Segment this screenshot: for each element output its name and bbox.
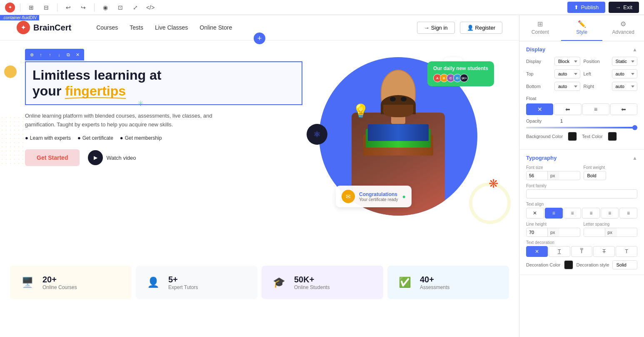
layout-rows-btn[interactable]: ⊟ xyxy=(40,2,52,13)
code-btn[interactable]: </> xyxy=(145,2,156,13)
line-height-input[interactable] xyxy=(527,228,547,236)
add-section-button[interactable]: + xyxy=(254,33,265,44)
align-center-btn[interactable]: ≡ xyxy=(564,208,582,219)
display-select[interactable]: Block Inline Flex None xyxy=(554,57,580,66)
align-left-btn[interactable]: ≡ xyxy=(545,208,563,219)
font-size-label: Font size xyxy=(526,165,580,170)
cert-card: ✉ Congratulations Your certificate ready… xyxy=(336,186,412,207)
site-logo-icon: ✦ xyxy=(17,21,30,34)
tab-content[interactable]: ⊞ Content xyxy=(519,15,561,41)
font-family-input[interactable] xyxy=(526,189,637,199)
td-overline-btn[interactable]: T xyxy=(571,246,593,257)
float-buttons: ✕ ⬅ ≡ ⬅ xyxy=(526,103,637,115)
top-select[interactable]: auto xyxy=(554,69,580,78)
nav-link-courses[interactable]: Courses xyxy=(96,24,118,31)
bottom-select[interactable]: auto xyxy=(554,82,580,91)
bg-color-swatch[interactable] xyxy=(568,132,577,141)
hero-title-line2: your xyxy=(32,83,65,98)
line-height-unit[interactable]: px em xyxy=(547,228,559,236)
nav-link-store[interactable]: Online Store xyxy=(200,24,232,31)
line-height-input-group: px em xyxy=(526,228,580,237)
align-right-btn[interactable]: ≡ xyxy=(582,208,600,219)
td-linethrough-btn[interactable]: T xyxy=(593,246,615,257)
letter-spacing-unit[interactable]: px em xyxy=(605,228,617,236)
undo-btn[interactable]: ↩ xyxy=(62,2,74,13)
cert-check-icon: ● xyxy=(402,193,406,200)
right-panel: ⊞ Content ✏️ Style ⚙ Advanced Display ▲ … xyxy=(519,15,644,337)
float-left-btn[interactable]: ⬅ xyxy=(554,103,581,115)
decoration-color-row: Decoration Color Decoration style Solid … xyxy=(526,260,637,269)
publish-button[interactable]: ⬆ Publish xyxy=(567,2,606,13)
deco-dots xyxy=(0,116,25,166)
font-size-input[interactable] xyxy=(527,171,547,180)
td-underline-btn[interactable]: T xyxy=(549,246,570,257)
advanced-tab-icon: ⚙ xyxy=(620,20,626,28)
align-justify-btn[interactable]: ≡ xyxy=(601,208,619,219)
opacity-slider[interactable] xyxy=(526,127,637,128)
layout-columns-btn[interactable]: ⊞ xyxy=(25,2,37,13)
students-card-title: Our daily new students xyxy=(433,65,488,71)
advanced-tab-label: Advanced xyxy=(612,29,634,35)
delete-icon[interactable]: ✕ xyxy=(73,50,82,59)
deco-color-swatch[interactable] xyxy=(564,260,573,269)
copy-icon[interactable]: ⧉ xyxy=(64,50,72,59)
tab-style[interactable]: ✏️ Style xyxy=(561,15,603,41)
position-select[interactable]: Static Relative Absolute Fixed xyxy=(612,57,638,66)
align-down-icon[interactable]: ↓ xyxy=(55,50,63,59)
position-label: Position xyxy=(584,59,609,64)
deco-style-select[interactable]: Solid Dashed Dotted Double xyxy=(612,260,637,269)
register-button[interactable]: 👤 Register xyxy=(460,22,502,34)
style-tab-label: Style xyxy=(576,29,587,35)
left-select[interactable]: auto xyxy=(612,69,638,78)
exit-label: Exit xyxy=(623,4,632,10)
td-blink-btn[interactable]: T xyxy=(616,246,637,257)
text-align-buttons: ✕ ≡ ≡ ≡ ≡ ≡ xyxy=(526,208,637,219)
align-top-icon[interactable]: ↑ xyxy=(37,50,45,59)
align-none-btn[interactable]: ✕ xyxy=(526,208,544,219)
float-center-btn[interactable]: ≡ xyxy=(582,103,609,115)
responsive-btn[interactable]: ⊡ xyxy=(115,2,126,13)
exit-button[interactable]: → Exit xyxy=(609,2,639,13)
font-weight-select[interactable]: Bold Normal Light 600 xyxy=(584,171,606,180)
top-toolbar: ✦ ⊞ ⊟ ↩ ↪ ◉ ⊡ ⤢ </> ⬆ Publish → Exit xyxy=(0,0,644,15)
float-right-btn[interactable]: ⬅ xyxy=(610,103,637,115)
line-height-row: Line height px em Letter spacing xyxy=(526,222,637,237)
hero-right: ▲ ⚛ 💡 Our daily new students A B xyxy=(302,49,502,257)
text-decoration-label: Text decoration xyxy=(526,240,637,245)
text-color-swatch[interactable] xyxy=(608,132,617,141)
align-justify2-btn[interactable]: ≡ xyxy=(619,208,637,219)
sign-in-button[interactable]: → Sign in xyxy=(417,22,455,34)
display-row: Display Block Inline Flex None Position … xyxy=(526,57,637,66)
hero-feature-3: ● Get membership xyxy=(120,135,162,141)
display-collapse-arrow[interactable]: ▲ xyxy=(632,47,637,53)
letter-spacing-input[interactable] xyxy=(584,228,605,236)
preview-btn[interactable]: ◉ xyxy=(100,2,111,13)
redo-btn[interactable]: ↪ xyxy=(77,2,89,13)
font-family-label: Font family xyxy=(526,184,637,188)
font-size-unit[interactable]: px em % xyxy=(547,171,559,180)
watch-video-button[interactable]: ▶ Watch video xyxy=(88,150,136,165)
float-none-btn[interactable]: ✕ xyxy=(526,103,553,115)
publish-icon: ⬆ xyxy=(574,4,579,10)
hero-feature-1: ● Learn with experts xyxy=(25,135,71,141)
canvas-area: .container-fluidDIV + ✦ BrainCert Course… xyxy=(0,15,519,337)
toolbar-right: ⬆ Publish → Exit xyxy=(567,2,639,13)
td-none-btn[interactable]: ✕ xyxy=(526,246,548,257)
nav-link-live[interactable]: Live Classes xyxy=(155,24,188,31)
feature-label-1: Learn with experts xyxy=(30,135,71,141)
typography-section-title: Typography xyxy=(526,155,557,161)
right-select[interactable]: auto xyxy=(612,82,638,91)
move-icon[interactable]: ⊕ xyxy=(27,50,36,59)
stat-text-courses: 20+ Online Courses xyxy=(42,275,77,290)
figma-icon: ❋ xyxy=(489,177,498,191)
hero-title-box[interactable]: ⊕ ↑ ↑ ↓ ⧉ ✕ Limitless learning at your f… xyxy=(25,61,302,105)
fullscreen-btn[interactable]: ⤢ xyxy=(130,2,141,13)
align-up-icon[interactable]: ↑ xyxy=(46,50,54,59)
text-decoration-group: Text decoration ✕ T T T T xyxy=(526,240,637,257)
nav-link-tests[interactable]: Tests xyxy=(130,24,143,31)
register-label: Register xyxy=(475,25,495,31)
deco-style-label: Decoration style xyxy=(577,262,609,267)
tab-advanced[interactable]: ⚙ Advanced xyxy=(602,15,644,41)
typography-collapse-arrow[interactable]: ▲ xyxy=(632,155,637,161)
get-started-button[interactable]: Get Started xyxy=(25,149,80,166)
